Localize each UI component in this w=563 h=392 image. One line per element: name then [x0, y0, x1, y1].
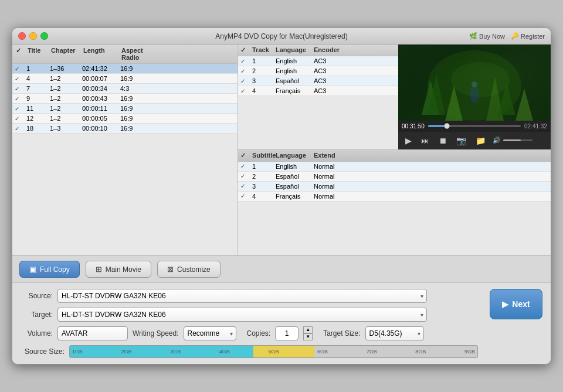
next-button[interactable]: ▶ Next: [490, 289, 542, 319]
sub-extend: Normal: [314, 163, 349, 170]
table-row[interactable]: ✓ 7 1–2 00:00:34 4:3: [12, 84, 238, 94]
svg-point-10: [451, 62, 510, 97]
fast-forward-button[interactable]: ⏭: [419, 135, 432, 146]
row-aspect: 16:9: [120, 105, 155, 112]
sub-language: Français: [276, 193, 314, 200]
track-encoder: AC3: [314, 67, 349, 74]
track-language: English: [276, 67, 314, 74]
row-title: 4: [26, 75, 50, 82]
target-size-wrapper: D5(4.35G) D9(8.5G) ▾: [365, 326, 424, 340]
row-check[interactable]: ✓: [15, 125, 26, 132]
table-row[interactable]: ✓ 12 1–2 00:00:05 16:9: [12, 114, 238, 124]
source-size-row: Source Size: 1GB2GB3GB4GB5GB6GB7GB8GB9GB: [21, 345, 478, 358]
progress-track[interactable]: [428, 125, 521, 127]
row-length: 00:00:11: [82, 105, 120, 112]
track-row[interactable]: ✓ 2 English AC3: [238, 66, 398, 76]
size-bar: 1GB2GB3GB4GB5GB6GB7GB8GB9GB: [69, 345, 478, 358]
speed-select-wrapper: Recomme ▾: [184, 326, 236, 340]
folder-button[interactable]: 📁: [473, 135, 488, 146]
size-tick: 3GB: [170, 349, 181, 354]
sub-check[interactable]: ✓: [240, 183, 252, 189]
row-chapter: 1–2: [50, 95, 82, 102]
speed-select[interactable]: Recomme: [184, 326, 236, 340]
screenshot-button[interactable]: 📷: [454, 135, 469, 146]
subtitles-header: ✓ Subtitle Language Extend: [238, 150, 551, 162]
subtitle-row[interactable]: ✓ 2 Español Normal: [238, 172, 551, 182]
table-row[interactable]: ✓ 1 1–36 02:41:32 16:9: [12, 64, 238, 74]
sub-extend: Normal: [314, 193, 349, 200]
sub-language: Español: [276, 183, 314, 190]
minimize-button[interactable]: [29, 32, 37, 40]
row-check[interactable]: ✓: [15, 86, 26, 92]
register-link[interactable]: 🔑 Register: [511, 32, 545, 40]
play-button[interactable]: ▶: [403, 135, 414, 146]
row-check[interactable]: ✓: [15, 96, 26, 102]
size-tick: 9GB: [464, 349, 475, 354]
row-chapter: 1–2: [50, 85, 82, 92]
source-select[interactable]: HL-DT-ST DVDRW GA32N KE06: [57, 289, 427, 303]
sub-language: Español: [276, 173, 314, 180]
source-row: Source: HL-DT-ST DVDRW GA32N KE06 ▾: [21, 289, 478, 303]
aspect-col: Aspect Radio: [120, 46, 155, 62]
row-check[interactable]: ✓: [15, 76, 26, 82]
main-movie-button[interactable]: ⊞ Main Movie: [86, 261, 151, 278]
table-row[interactable]: ✓ 4 1–2 00:00:07 16:9: [12, 74, 238, 84]
subtitle-row[interactable]: ✓ 1 English Normal: [238, 162, 551, 172]
track-check[interactable]: ✓: [240, 68, 252, 74]
subtitle-row[interactable]: ✓ 4 Français Normal: [238, 192, 551, 202]
right-panel: ✓ Track Language Encoder ✓ 1 English AC3…: [238, 45, 551, 255]
subtitle-row[interactable]: ✓ 3 Español Normal: [238, 182, 551, 192]
close-button[interactable]: [18, 32, 26, 40]
chapter-col: Chapter: [50, 46, 82, 62]
track-row[interactable]: ✓ 4 Français AC3: [238, 86, 398, 96]
row-chapter: 1–3: [50, 125, 82, 132]
track-check[interactable]: ✓: [240, 88, 252, 94]
row-check[interactable]: ✓: [15, 115, 26, 122]
table-row[interactable]: ✓ 9 1–2 00:00:43 16:9: [12, 94, 238, 104]
row-check[interactable]: ✓: [15, 105, 26, 112]
sub-extend: Normal: [314, 183, 349, 190]
size-tick: 8GB: [415, 349, 426, 354]
row-aspect: 16:9: [120, 65, 155, 72]
buy-now-link[interactable]: 🌿 Buy Now: [469, 32, 505, 40]
row-length: 00:00:05: [82, 115, 120, 122]
target-select[interactable]: HL-DT-ST DVDRW GA32N KE06: [57, 308, 427, 322]
track-num: 4: [252, 87, 276, 94]
volume-input[interactable]: [57, 326, 128, 340]
track-check[interactable]: ✓: [240, 78, 252, 84]
track-language: English: [276, 57, 314, 64]
full-copy-button[interactable]: ▣ Full Copy: [19, 261, 80, 278]
writing-speed-label: Writing Speed:: [133, 329, 179, 338]
track-row[interactable]: ✓ 1 English AC3: [238, 56, 398, 66]
track-num: 1: [252, 57, 276, 64]
target-size-label: Target Size:: [323, 329, 360, 338]
copies-input[interactable]: [275, 326, 299, 340]
copies-down-button[interactable]: ▼: [303, 333, 313, 340]
row-check[interactable]: ✓: [15, 66, 26, 72]
customize-button[interactable]: ⊠ Customize: [157, 261, 221, 278]
key-icon: 🔑: [511, 32, 519, 40]
sub-check[interactable]: ✓: [240, 193, 252, 199]
subtitles-panel: ✓ Subtitle Language Extend ✓ 1 English N…: [238, 150, 551, 255]
row-title: 18: [26, 125, 50, 132]
stop-button[interactable]: ⏹: [436, 135, 449, 146]
target-size-select[interactable]: D5(4.35G) D9(8.5G): [365, 326, 424, 340]
track-encoder: AC3: [314, 77, 349, 84]
track-row[interactable]: ✓ 3 Español AC3: [238, 76, 398, 86]
table-row[interactable]: ✓ 18 1–3 00:00:10 16:9: [12, 124, 238, 134]
main-window: AnyMP4 DVD Copy for Mac(Unregistered) 🌿 …: [12, 28, 551, 364]
maximize-button[interactable]: [40, 32, 48, 40]
time-total: 02:41:32: [524, 123, 547, 129]
track-check[interactable]: ✓: [240, 58, 252, 64]
track-language: Español: [276, 77, 314, 84]
titlebar-actions: 🌿 Buy Now 🔑 Register: [469, 32, 545, 40]
sub-check[interactable]: ✓: [240, 163, 252, 169]
customize-icon: ⊠: [167, 265, 174, 274]
table-row[interactable]: ✓ 11 1–2 00:00:11 16:9: [12, 104, 238, 114]
window-title: AnyMP4 DVD Copy for Mac(Unregistered): [215, 32, 347, 40]
sub-check[interactable]: ✓: [240, 173, 252, 179]
volume-track[interactable]: [503, 139, 533, 141]
subtitles-body: ✓ 1 English Normal ✓ 2 Español Normal ✓ …: [238, 162, 551, 202]
length-col: Length: [82, 46, 120, 62]
copies-up-button[interactable]: ▲: [303, 326, 313, 333]
